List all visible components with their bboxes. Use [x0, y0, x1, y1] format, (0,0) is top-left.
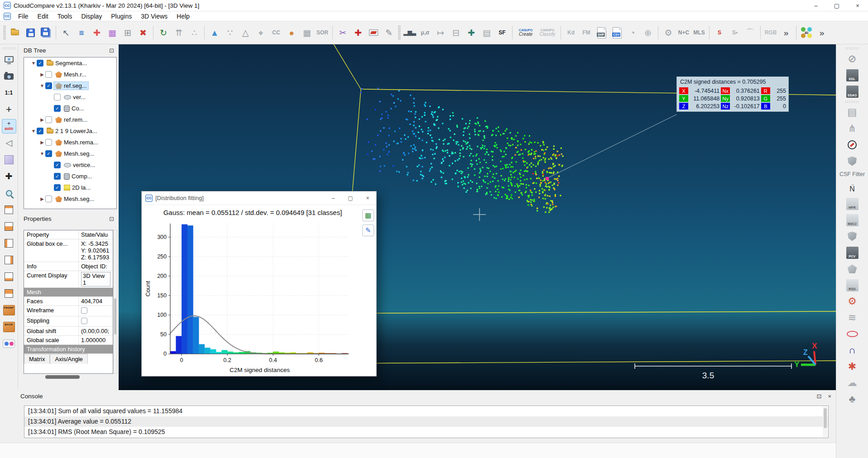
- view-left-icon[interactable]: [1, 236, 17, 251]
- cloud-mesh-distance-icon[interactable]: ●: [284, 24, 299, 41]
- tree-item[interactable]: ✓2D la...: [24, 182, 116, 193]
- auto-pick-center-icon[interactable]: +auto: [1, 119, 17, 134]
- expand-arrow-icon[interactable]: ▶: [39, 140, 45, 145]
- visibility-checkbox[interactable]: ✓: [54, 173, 61, 180]
- collapse-arrow-icon[interactable]: ▼: [39, 151, 45, 156]
- expand-arrow-icon[interactable]: ▶: [39, 117, 45, 122]
- align-entities-icon[interactable]: ⇈: [172, 24, 186, 41]
- menu-file[interactable]: File: [14, 12, 33, 21]
- view-right-icon[interactable]: [1, 253, 17, 268]
- tree-item[interactable]: ▼✓Mesh.seg...: [24, 148, 116, 159]
- delete-entity-icon[interactable]: ✖: [136, 24, 150, 41]
- magnet-icon[interactable]: ∩: [844, 343, 860, 358]
- normals-curvature-icon[interactable]: N+C: [676, 24, 691, 41]
- globe-grid-icon[interactable]: ⊕: [641, 24, 655, 41]
- tree-item[interactable]: ver...: [24, 91, 116, 103]
- toolbar-drag-handle[interactable]: [2, 47, 16, 50]
- dialog-close-button[interactable]: ×: [359, 191, 376, 205]
- toolbar-drag-handle[interactable]: [845, 47, 859, 50]
- csv-file-icon[interactable]: CSV: [610, 24, 624, 41]
- save-file-icon[interactable]: [23, 24, 38, 41]
- pentagon-icon[interactable]: [844, 262, 860, 277]
- cloud-ruler-icon[interactable]: ☁: [844, 376, 860, 391]
- ssao-shader-icon[interactable]: SSAO: [844, 84, 860, 99]
- maximize-button[interactable]: ▢: [826, 0, 847, 11]
- tree-item[interactable]: ▼✓Segmenta...: [24, 57, 116, 69]
- animation-clapper-icon[interactable]: ▤: [844, 105, 860, 120]
- translate-rotate-icon[interactable]: ✚: [351, 24, 365, 41]
- visibility-checkbox[interactable]: ✓: [45, 150, 52, 157]
- point-list-picking-icon[interactable]: ✎: [382, 24, 396, 41]
- expand-arrow-icon[interactable]: ▶: [39, 196, 45, 201]
- unroll-icon[interactable]: ⌒: [743, 24, 758, 41]
- ellipse-icon[interactable]: [844, 327, 860, 342]
- visibility-checkbox[interactable]: ✓: [37, 128, 43, 134]
- toolbar-overflow-icon[interactable]: »: [779, 24, 793, 41]
- toolbar-drag-handle[interactable]: [3, 25, 6, 40]
- close-button[interactable]: ×: [847, 0, 868, 11]
- normal-arrow-icon[interactable]: →N: [844, 180, 860, 195]
- tree-item[interactable]: ▶Mesh.rema...: [24, 137, 116, 148]
- tree-item[interactable]: ▼✓ref.seg...: [24, 80, 116, 91]
- stereo-mode-icon[interactable]: [1, 336, 17, 352]
- display-settings-icon[interactable]: [1, 52, 17, 67]
- tree-item[interactable]: ▼✓2 1 9 LowerJa...: [24, 125, 116, 137]
- rgb-filter-icon[interactable]: RGB: [763, 24, 778, 41]
- sf-delete-icon[interactable]: ⊟: [449, 24, 463, 41]
- view-front-icon[interactable]: [1, 219, 17, 234]
- spline-sample-icon[interactable]: S•: [728, 24, 742, 41]
- forest-trees-icon[interactable]: ♣: [844, 392, 860, 407]
- masc-train-icon[interactable]: 3D: [799, 24, 814, 41]
- sf-color-scale-icon[interactable]: SF: [495, 24, 509, 41]
- console-close-icon[interactable]: ×: [828, 393, 831, 400]
- rake-icon[interactable]: ⋔: [844, 121, 860, 136]
- collapse-arrow-icon[interactable]: ▼: [39, 83, 45, 88]
- sf-fit-distribution-icon[interactable]: μ,σ: [418, 24, 432, 41]
- pick-rotation-center-icon[interactable]: +: [1, 102, 17, 117]
- menu-3d-views[interactable]: 3D Views: [136, 12, 172, 21]
- mesh-sampling-icon[interactable]: △: [238, 24, 253, 41]
- sphere-pie-icon[interactable]: ◔: [625, 24, 640, 41]
- edl-shader-icon[interactable]: EDL: [844, 68, 860, 83]
- minimize-button[interactable]: –: [806, 0, 826, 11]
- shield-icon[interactable]: [844, 154, 860, 169]
- flip-view-icon[interactable]: ◁: [1, 135, 17, 151]
- tree-item[interactable]: ✓Co...: [24, 103, 116, 114]
- register-entities-icon[interactable]: ↻: [156, 24, 171, 41]
- canupo-create-icon[interactable]: CANUPOCreate: [515, 24, 536, 41]
- toolbar-overflow-icon-2[interactable]: »: [815, 24, 829, 41]
- sf-histogram-icon[interactable]: ▂▆▃: [403, 24, 417, 41]
- canupo-classify-icon[interactable]: CANUPOClassify: [537, 24, 558, 41]
- display-combo[interactable]: 3D View 1: [81, 272, 110, 286]
- mls-smoothing-icon[interactable]: MLS: [692, 24, 706, 41]
- toolbar-drag-handle[interactable]: [398, 25, 401, 40]
- property-checkbox[interactable]: [81, 318, 87, 324]
- visibility-checkbox[interactable]: ✓: [45, 82, 52, 89]
- cloud-cloud-distance-icon[interactable]: CC: [269, 24, 283, 41]
- visibility-checkbox[interactable]: ✓: [37, 60, 43, 67]
- segment-scissors-icon[interactable]: ✂: [336, 24, 350, 41]
- rsd-icon[interactable]: RSD: [844, 278, 860, 293]
- view-top-icon[interactable]: [1, 202, 17, 218]
- sf-add-icon[interactable]: ✚: [464, 24, 479, 41]
- perspective-cube-icon[interactable]: [1, 152, 17, 167]
- layers-stack-icon[interactable]: ≋: [844, 310, 860, 325]
- zoom-magnifier-icon[interactable]: [1, 186, 17, 201]
- sor-filter-icon[interactable]: SOR: [315, 24, 330, 41]
- collapse-arrow-icon[interactable]: ▼: [30, 61, 37, 66]
- shield-icon-2[interactable]: [844, 229, 860, 244]
- 3d-viewport[interactable]: 3.5 X Y Z C2M signed distances = 0.70529…: [119, 44, 836, 390]
- m3c2-icon[interactable]: M3C2: [844, 213, 860, 228]
- dialog-minimize-button[interactable]: –: [325, 191, 342, 205]
- hpr-icon[interactable]: HPR: [844, 196, 860, 211]
- visibility-checkbox[interactable]: ✓: [54, 184, 61, 191]
- menu-tools[interactable]: Tools: [53, 12, 77, 21]
- sf-calculator-icon[interactable]: ▤: [480, 24, 494, 41]
- tree-item[interactable]: ▶Mesh.seg...: [24, 193, 116, 205]
- cross-section-icon[interactable]: [366, 24, 381, 41]
- collapse-arrow-icon[interactable]: ▼: [30, 129, 37, 134]
- pick-entity-icon[interactable]: ↖: [59, 24, 73, 41]
- spline-fit-icon[interactable]: S: [712, 24, 727, 41]
- zoom-1-1-icon[interactable]: 1:1: [1, 85, 17, 100]
- view-back-icon[interactable]: [1, 286, 17, 301]
